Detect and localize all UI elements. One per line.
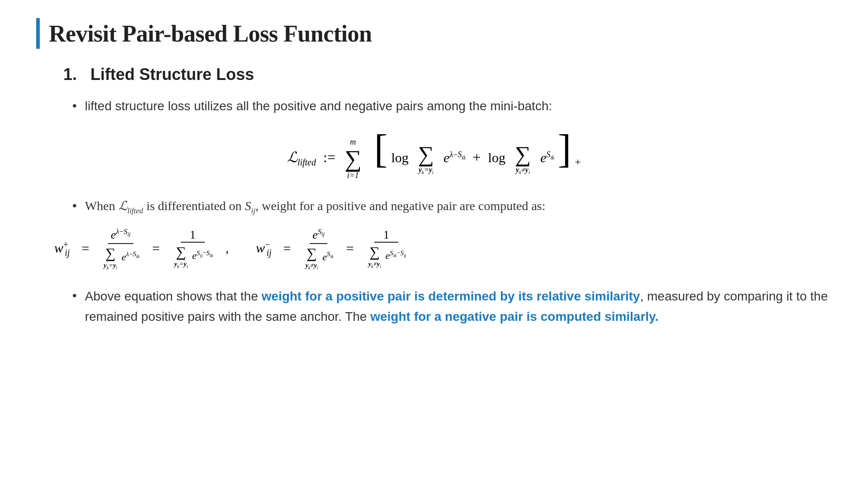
bullet-text-2: When ℒlifted is differentiated on Sij, w… bbox=[85, 197, 546, 216]
w-minus-fraction1: eSij ∑ yk≠yi eSik bbox=[301, 227, 336, 270]
positive-weight-formula: w+ij = eλ−Sij ∑ yk=yi eλ−Sik = 1 ∑ bbox=[54, 227, 229, 270]
bullet-dot-3: • bbox=[72, 288, 77, 303]
w-minus-label: w−ij bbox=[256, 239, 275, 258]
bullet-text-1: lifted structure loss utilizes all the p… bbox=[85, 97, 552, 116]
lifted-loss-formula: ℒlifted := m ∑ i=1 [ log ∑ yk=yi eλ−Sik … bbox=[36, 128, 832, 180]
bullet-dot-2: • bbox=[72, 198, 77, 213]
list-item-3: • Above equation shows that the weight f… bbox=[72, 286, 832, 327]
bullet-dot: • bbox=[72, 99, 77, 113]
bullet-list-2: • When ℒlifted is differentiated on Sij,… bbox=[72, 197, 832, 216]
highlight-positive-pair: weight for a positive pair is determined… bbox=[262, 289, 640, 303]
list-item-2: • When ℒlifted is differentiated on Sij,… bbox=[72, 197, 832, 216]
w-plus-label: w+ij bbox=[54, 239, 73, 258]
bullet-text-3: Above equation shows that the weight for… bbox=[85, 286, 832, 327]
section-number: 1. bbox=[63, 65, 77, 84]
section-label: Lifted Structure Loss bbox=[90, 65, 254, 84]
w-plus-fraction2: 1 ∑ yk=yi eSij−Sik bbox=[170, 228, 216, 269]
bracket-close: ] bbox=[558, 126, 571, 171]
formula-term1: log ∑ yk=yi eλ−Sik bbox=[391, 150, 469, 165]
slide-title: Revisit Pair-based Loss Function bbox=[49, 20, 372, 47]
w-plus-fraction1: eλ−Sij ∑ yk=yi eλ−Sik bbox=[99, 227, 142, 270]
bullet-list-3: • Above equation shows that the weight f… bbox=[72, 286, 832, 327]
title-accent-bar bbox=[36, 18, 40, 49]
weight-formulas-block: w+ij = eλ−Sij ∑ yk=yi eλ−Sik = 1 ∑ bbox=[36, 227, 832, 270]
highlight-negative-pair: weight for a negative pair is computed s… bbox=[370, 310, 658, 324]
bracket-open: [ bbox=[374, 126, 388, 171]
bullet-list: • lifted structure loss utilizes all the… bbox=[72, 97, 832, 116]
slide-title-bar: Revisit Pair-based Loss Function bbox=[36, 18, 832, 49]
summation-i: m ∑ i=1 bbox=[344, 137, 362, 180]
w-minus-fraction2: 1 ∑ yk≠yi eSik−Sij bbox=[364, 228, 409, 269]
formula-term2: log ∑ yk≠yi eSik bbox=[488, 150, 558, 165]
list-item: • lifted structure loss utilizes all the… bbox=[72, 97, 832, 116]
negative-weight-formula: w−ij = eSij ∑ yk≠yi eSik = 1 ∑ y bbox=[256, 227, 410, 270]
section-heading: 1. Lifted Structure Loss bbox=[63, 65, 832, 84]
